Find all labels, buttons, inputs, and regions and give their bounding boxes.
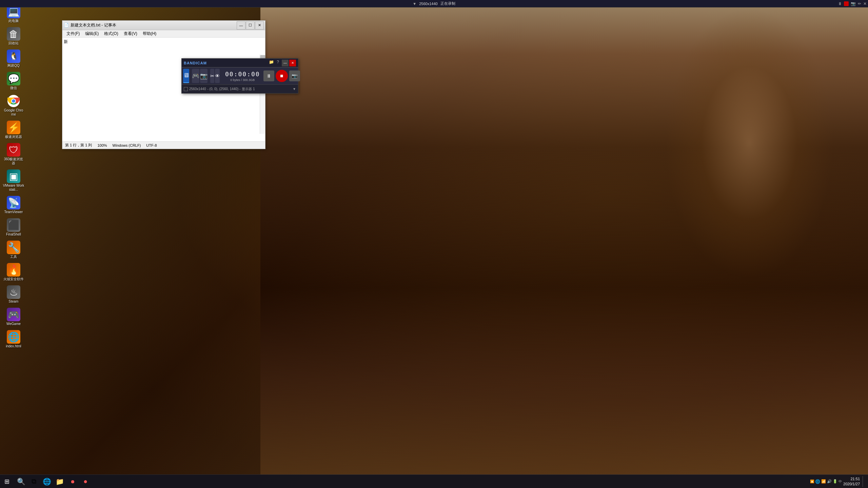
taskbar-sys-icons: 🔼 🌐 📶 🔊 🔋 中 xyxy=(810,479,842,484)
bandicam-pause-btn[interactable]: ⏸ xyxy=(263,70,274,81)
bandicam-status-resolution: 868x488 xyxy=(189,87,206,91)
taskbar-antivirus[interactable]: ● xyxy=(79,475,92,488)
icon-vmware-label: VMware Workstati... xyxy=(3,184,24,192)
bandicam-close-btn[interactable]: ✕ xyxy=(289,60,296,66)
bandicam-mode-screen[interactable]: 🖥 xyxy=(183,69,189,83)
icon-360-label: 360极速浏览器 xyxy=(3,157,24,165)
icon-recycle-img: 🗑 xyxy=(7,27,20,41)
icon-tools[interactable]: 🔧 工具 xyxy=(1,239,26,260)
icon-recycle[interactable]: 🗑 回收站 xyxy=(1,26,26,47)
chevron-up-icon[interactable]: 🔼 xyxy=(810,480,814,483)
network-icon[interactable]: 🌐 xyxy=(815,479,820,484)
notepad-close-btn[interactable]: ✕ xyxy=(255,21,264,29)
desktop: 💻 此电脑 🗑 回收站 🐧 网易QQ 💬 微信 xyxy=(0,0,868,488)
bandicam-title-controls: 📁 ? — ✕ xyxy=(269,60,296,66)
topbar-info: ▼ 868x488 正在录制 xyxy=(413,1,455,6)
ime-icon[interactable]: 中 xyxy=(839,479,842,484)
explorer-icon: 📁 xyxy=(56,477,64,486)
taskbar-edge[interactable]: 🌐 xyxy=(41,475,53,488)
topbar-stop-btn[interactable] xyxy=(844,1,849,6)
bandicam-mode-webcam-icon: 👁 xyxy=(215,73,220,79)
bandicam-mode-screen-icon: 🖥 xyxy=(183,72,189,79)
topbar-status: 正在录制 xyxy=(440,1,455,6)
bandicam-mode-game-icon: 🎮 xyxy=(192,72,199,80)
bandicam-camera-btn[interactable]: 📷 xyxy=(289,70,300,81)
taskbar-date: 2020/1/27 xyxy=(843,482,860,486)
icon-indexhtml-img: 🌐 xyxy=(7,330,20,344)
taskbar-search[interactable]: 🔍 xyxy=(15,475,27,488)
icon-quickaccel-img: ⚡ xyxy=(7,121,20,134)
topbar-close-btn[interactable]: ✕ xyxy=(863,1,867,6)
icon-chrome[interactable]: Google Chrome xyxy=(1,93,26,118)
taskbar-bandicam-task[interactable]: ⏺ xyxy=(66,475,79,488)
icon-steam[interactable]: ♨ Steam xyxy=(1,284,26,305)
bandicam-status-checkbox[interactable] xyxy=(184,87,188,91)
bandicam-record-btn[interactable]: ⏹ xyxy=(276,70,288,82)
bandicam-folder-btn[interactable]: 📁 xyxy=(269,60,274,66)
bandicam-mode-device[interactable]: 📷 xyxy=(200,69,208,83)
notepad-menu-format[interactable]: 格式(O) xyxy=(101,30,121,37)
taskbar-start-btn[interactable]: ⊞ xyxy=(0,475,14,488)
icon-fire[interactable]: 🔥 火绒安全软件 xyxy=(1,262,26,283)
notepad-title: 新建文本文档.txt - 记事本 xyxy=(71,22,235,28)
wifi-icon[interactable]: 📶 xyxy=(821,479,826,484)
bandicam-timer: 00:00:00 xyxy=(225,70,260,78)
notepad-menu-view[interactable]: 查看(V) xyxy=(121,30,140,37)
icon-vmware[interactable]: ▣ VMware Workstati... xyxy=(1,168,26,193)
icon-tools-img: 🔧 xyxy=(7,241,20,254)
bandicam-task-icon: ⏺ xyxy=(70,479,75,484)
icon-wegame[interactable]: 🎮 WeGame xyxy=(1,306,26,327)
icon-fire-img: 🔥 xyxy=(7,263,20,277)
icon-vmware-img: ▣ xyxy=(7,169,20,183)
notepad-status-position: 第 1 行，第 1 列 xyxy=(65,143,92,148)
icon-teamviewer[interactable]: 📡 TeamViewer xyxy=(1,195,26,216)
bandicam-pause-icon: ⏸ xyxy=(267,73,271,79)
topbar-controls: ⏸ 📷 ✏ ✕ xyxy=(838,1,867,6)
icon-finalshell[interactable]: ⬛ FinalShell xyxy=(1,217,26,238)
bandicam-mode-game[interactable]: 🎮 xyxy=(192,69,199,83)
bandicam-status-display: 显示器 1 xyxy=(242,87,255,92)
topbar-edit-btn[interactable]: ✏ xyxy=(858,1,861,6)
bandicam-size: 0 bytes / 300.3GB xyxy=(230,78,255,82)
bandicam-status-coords: - (0, 0), (2560, 1440) - xyxy=(208,87,241,91)
icon-indexhtml[interactable]: 🌐 index.html xyxy=(1,329,26,350)
icon-finalshell-img: ⬛ xyxy=(7,218,20,232)
icon-teamviewer-label: TeamViewer xyxy=(4,210,23,214)
icon-fire-label: 火绒安全软件 xyxy=(3,277,24,281)
taskbar-taskview[interactable]: ⧉ xyxy=(28,475,40,488)
topbar-screenshot-btn[interactable]: 📷 xyxy=(851,1,856,6)
bandicam-mode-custom-icon: ✂ xyxy=(210,73,214,79)
taskbar-datetime: 21:51 2020/1/27 xyxy=(843,476,860,486)
notepad-titlebar: 📄 新建文本文档.txt - 记事本 — ☐ ✕ xyxy=(62,21,265,30)
notepad-menu-help[interactable]: 帮助(H) xyxy=(140,30,159,37)
icon-mycomputer-label: 此电脑 xyxy=(8,19,19,23)
icon-quickaccel[interactable]: ⚡ 极速浏览器 xyxy=(1,119,26,140)
taskbar-explorer[interactable]: 📁 xyxy=(54,475,66,488)
icon-chrome-label: Google Chrome xyxy=(3,108,24,117)
icon-qq[interactable]: 🐧 网易QQ xyxy=(1,48,26,69)
icon-360-img: 🛡 xyxy=(7,143,20,157)
bandicam-mode-webcam[interactable]: 👁 xyxy=(215,69,220,83)
topbar-pause-btn[interactable]: ⏸ xyxy=(838,1,842,6)
volume-icon[interactable]: 🔊 xyxy=(827,479,832,484)
bandicam-mode-custom[interactable]: ✂ xyxy=(210,69,214,83)
notepad-menubar: 文件(F) 编辑(E) 格式(O) 查看(V) 帮助(H) xyxy=(62,30,265,38)
icon-wechat[interactable]: 💬 微信 xyxy=(1,70,26,92)
bandicam-status-dropdown-btn[interactable]: ▼ xyxy=(293,87,296,91)
notepad-statusbar: 第 1 行，第 1 列 100% Windows (CRLF) UTF-8 xyxy=(62,141,265,149)
show-desktop-btn[interactable] xyxy=(863,476,865,487)
notepad-maximize-btn[interactable]: ☐ xyxy=(246,21,255,29)
notepad-menu-edit[interactable]: 编辑(E) xyxy=(82,30,101,37)
icon-teamviewer-img: 📡 xyxy=(7,196,20,209)
taskbar-time: 21:51 xyxy=(850,476,860,481)
bandicam-minimize-btn[interactable]: — xyxy=(282,60,289,66)
icon-wechat-img: 💬 xyxy=(7,72,20,85)
icon-360[interactable]: 🛡 360极速浏览器 xyxy=(1,142,26,167)
notepad-minimize-btn[interactable]: — xyxy=(237,21,245,29)
notepad-icon: 📄 xyxy=(64,23,69,28)
icon-indexhtml-label: index.html xyxy=(6,344,21,348)
bandicam-help-btn[interactable]: ? xyxy=(277,60,279,66)
topbar-arrow: ▼ xyxy=(413,2,416,6)
notepad-menu-file[interactable]: 文件(F) xyxy=(64,30,82,37)
bandicam-mode-device-icon: 📷 xyxy=(200,72,208,80)
